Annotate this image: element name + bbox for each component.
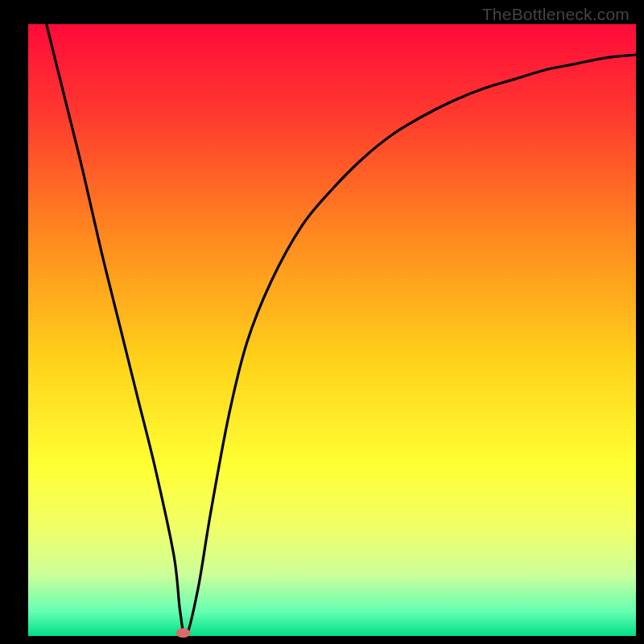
chart-frame: TheBottleneck.com (0, 0, 644, 644)
watermark-text: TheBottleneck.com (482, 5, 630, 24)
plot-background (28, 24, 636, 636)
optimal-point-marker (176, 628, 191, 638)
bottleneck-chart (0, 0, 644, 644)
